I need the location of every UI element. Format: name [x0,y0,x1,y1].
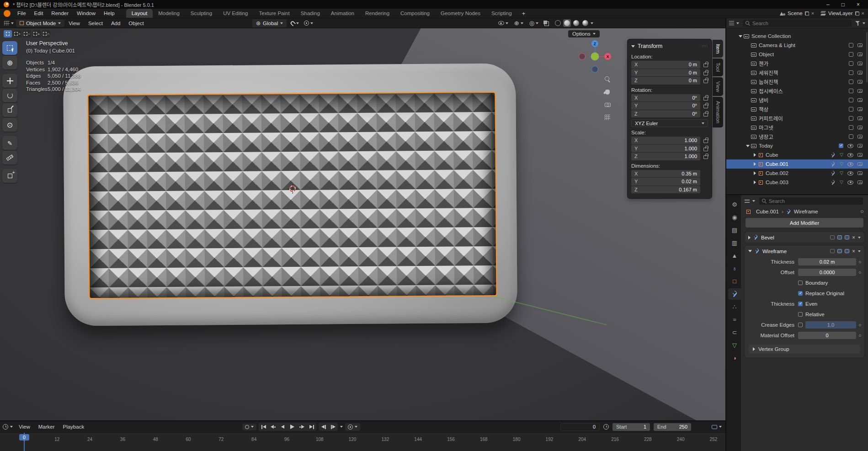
gizmo-options-chevron[interactable] [521,22,523,24]
scene-selector[interactable]: Scene × [780,11,814,16]
timeline-ruler[interactable]: 0 01224364860728496108120132144156168180… [0,432,725,451]
properties-tab-object[interactable]: □ [728,276,741,287]
scale-x-field[interactable]: X1.000 [631,137,700,144]
snap-options-chevron[interactable] [296,22,299,24]
tool-measure[interactable] [2,151,17,164]
preview-range-clock-icon[interactable] [603,424,609,430]
search-input[interactable] [752,21,849,26]
dimensions-y-field[interactable]: Y0.02 m [631,178,700,186]
axis-z-ball[interactable]: Z [591,40,598,47]
collapse-arrow-icon[interactable] [631,45,635,48]
render-camera-icon[interactable] [857,107,863,111]
checkbox-icon[interactable] [849,70,853,75]
render-camera-icon[interactable] [857,62,863,65]
timeline-menu-marker[interactable]: Marker [34,421,59,432]
select-mode-extend[interactable]: + [13,30,21,37]
current-frame-field[interactable] [560,423,600,431]
close-button[interactable]: × [857,1,860,8]
lock-icon[interactable] [703,154,708,159]
outliner-item-object[interactable]: Object [726,50,868,59]
menu-window[interactable]: Window [73,9,100,18]
decorator-dot[interactable] [859,271,861,274]
checkbox-even[interactable] [798,302,803,306]
blender-logo-icon[interactable] [4,10,11,17]
eye-icon[interactable] [847,162,853,166]
axis-y-ball[interactable] [591,53,598,60]
modifier-extras-chevron[interactable] [858,250,861,252]
outliner-item-today[interactable]: Today [726,141,868,150]
rotation-z-field[interactable]: Z0° [631,110,700,118]
zoom-button[interactable] [602,74,612,84]
properties-tab-object-data[interactable]: ▽ [728,340,741,351]
eye-icon[interactable] [847,180,853,185]
expand-arrow-icon[interactable] [748,236,751,239]
checkbox-relative[interactable] [798,312,803,317]
render-camera-icon[interactable] [857,43,863,47]
visibility-chevron[interactable] [506,22,508,24]
tool-add-cube[interactable] [2,169,17,183]
render-camera-icon[interactable] [857,144,863,148]
properties-tab-world[interactable]: ♁ [728,263,741,274]
outliner-item-냉장고[interactable]: 냉장고 [726,132,868,141]
render-camera-icon[interactable] [857,135,863,138]
unlink-scene-icon[interactable]: × [811,11,814,16]
outliner-item-마그넷[interactable]: 마그넷 [726,123,868,132]
search-input[interactable] [769,198,860,204]
decorator-dot[interactable] [859,261,861,263]
keying-options-chevron[interactable] [251,426,254,428]
step-back-button[interactable] [319,423,328,431]
viewport-menu-add[interactable]: Add [107,18,124,28]
tab-sculpting[interactable]: Sculpting [185,9,218,18]
eye-icon[interactable] [847,144,853,148]
lock-icon[interactable] [703,146,708,151]
outliner-item-첸가[interactable]: 첸가 [726,59,868,68]
tool-cursor[interactable] [2,56,17,69]
checkbox-icon[interactable] [849,98,853,102]
realtime-display-toggle[interactable] [837,249,842,253]
checkbox-icon[interactable] [849,52,853,57]
selected-foam-object[interactable] [87,92,497,299]
lock-icon[interactable] [703,138,708,143]
menu-render[interactable]: Render [47,9,73,18]
visibility-icon[interactable] [498,21,504,25]
timeline-menu-view[interactable]: View [15,421,34,432]
scale-z-field[interactable]: Z1.000 [631,153,700,160]
tab-modeling[interactable]: Modeling [153,9,185,18]
eye-icon[interactable] [847,171,853,175]
properties-tab-material[interactable]: ◑ [728,352,741,364]
viewport-menu-view[interactable]: View [64,18,84,28]
step-forward-button[interactable] [328,423,338,431]
dimensions-x-field[interactable]: X0.35 m [631,170,700,178]
outliner-item-cube[interactable]: Cube▽ [726,150,868,159]
dimensions-z-field[interactable]: Z0.167 m [631,186,700,194]
tab-layout[interactable]: Layout [126,9,153,18]
properties-tab-view-layer[interactable]: ▥ [728,237,741,249]
tool-rotate[interactable] [2,89,17,102]
subpanel-vertex-group[interactable]: Vertex Group [749,345,860,354]
sidebar-tab-tool[interactable]: Tool [713,58,723,76]
close-icon[interactable]: × [852,249,855,254]
new-scene-icon[interactable] [805,11,809,16]
overlays-icon[interactable] [529,20,534,27]
outliner-item-접시베이스[interactable]: 접시베이스 [726,86,868,96]
decorator-dot[interactable] [859,334,861,337]
disclosure-down-icon[interactable] [737,35,743,37]
filter-chevron[interactable] [863,22,865,24]
editor-type-chevron[interactable] [752,200,755,202]
outliner-item-cube-002[interactable]: Cube.002▽ [726,169,868,178]
view-layer-selector[interactable]: ViewLayer × [820,11,864,16]
properties-tab-physics[interactable]: ≈ [728,314,741,325]
close-icon[interactable]: × [852,235,855,240]
checkbox-boundary[interactable] [798,281,803,285]
render-camera-icon[interactable] [857,171,863,175]
render-camera-icon[interactable] [857,71,863,74]
disclosure-down-icon[interactable] [745,145,751,147]
checkbox-icon[interactable] [849,43,853,48]
select-mode-invert[interactable]: × [32,30,41,37]
outliner-search[interactable] [743,20,852,27]
orientation-dropdown[interactable]: Global [252,19,287,27]
drag-grip-icon[interactable] [702,44,708,48]
editor-type-button[interactable] [2,18,16,28]
properties-tab-constraints[interactable]: ⊂ [728,327,741,338]
shading-rendered-button[interactable] [581,19,589,27]
